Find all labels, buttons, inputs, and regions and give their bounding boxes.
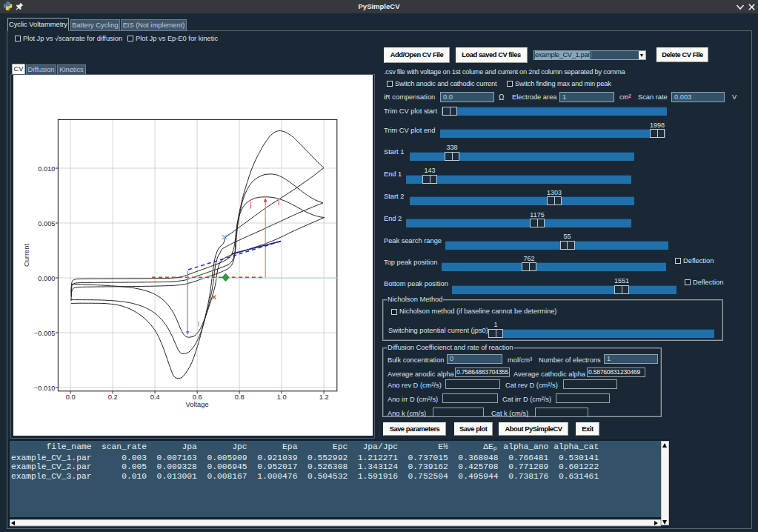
svg-text:1.2: 1.2 bbox=[319, 393, 329, 401]
svg-text:0.000: 0.000 bbox=[38, 275, 55, 282]
svg-text:1.0: 1.0 bbox=[277, 393, 287, 401]
svg-text:Voltage: Voltage bbox=[186, 401, 209, 408]
svg-text:−0.005: −0.005 bbox=[34, 330, 56, 337]
svg-text:0.005: 0.005 bbox=[38, 220, 55, 227]
svg-text:0.8: 0.8 bbox=[235, 393, 245, 401]
svg-text:Current: Current bbox=[23, 244, 30, 267]
svg-text:0.6: 0.6 bbox=[193, 393, 202, 401]
svg-text:0.010: 0.010 bbox=[38, 165, 55, 173]
svg-text:−0.010: −0.010 bbox=[34, 385, 56, 392]
svg-text:0.4: 0.4 bbox=[150, 393, 160, 401]
svg-text:0.2: 0.2 bbox=[108, 393, 118, 401]
svg-text:0.0: 0.0 bbox=[66, 393, 76, 401]
